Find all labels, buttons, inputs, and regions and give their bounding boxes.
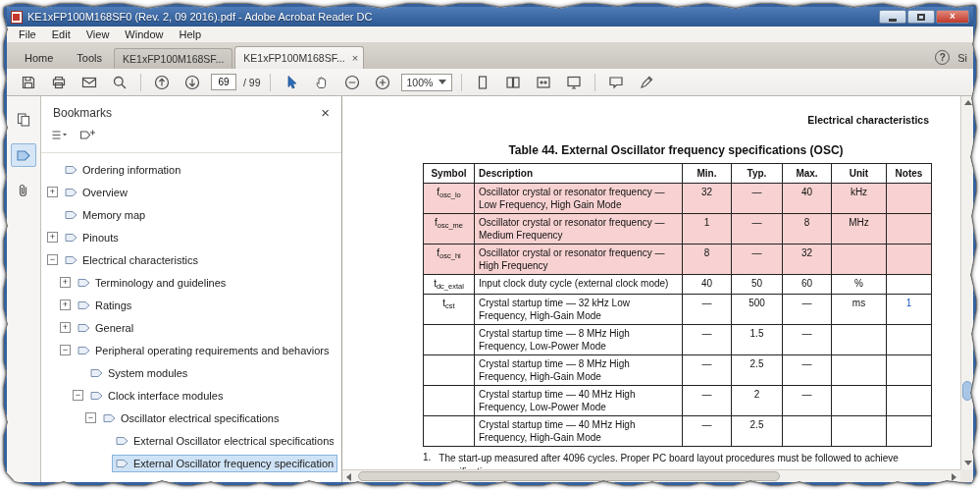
collapse-minus-icon[interactable]: − [73,390,83,401]
tab-bar: Home Tools KE1xFP100M168SF... KE1xFP100M… [7,43,973,69]
previous-page-button[interactable] [150,72,174,93]
bookmark-hit-area[interactable]: Electrical characteristics [61,251,337,269]
bookmark-hit-area[interactable]: Terminology and guidelines [74,274,337,292]
maximize-button[interactable] [907,10,935,24]
bookmark-item[interactable]: −Clock interface modules [41,384,341,407]
help-icon[interactable]: ? [935,50,950,65]
bookmark-item[interactable]: System modules [41,361,341,384]
horizontal-scroll-thumb[interactable] [358,471,780,481]
arrow-up-icon [964,100,972,105]
bookmark-item[interactable]: −Electrical characteristics [41,248,341,271]
expand-plus-icon[interactable]: + [60,277,71,288]
zoom-in-button[interactable] [371,72,394,93]
bookmark-hit-area[interactable]: Pinouts [61,229,337,246]
horizontal-scrollbar[interactable] [342,469,960,482]
page-number-input[interactable] [211,74,236,90]
bookmarks-tree: Ordering information+OverviewMemory map+… [41,153,341,482]
sign-in-label[interactable]: Si [957,52,967,64]
collapse-minus-icon[interactable]: − [60,345,71,355]
page-thumbnails-button[interactable] [11,108,36,132]
panel-close-icon[interactable]: × [321,105,330,120]
expand-plus-icon[interactable]: + [47,232,58,243]
menu-window[interactable]: Window [117,27,171,41]
expand-plus-icon[interactable]: + [47,187,58,197]
close-button[interactable]: × [936,10,969,24]
bookmark-hit-area[interactable]: Ordering information [61,161,337,179]
bookmark-hit-area[interactable]: Clock interface modules [86,387,337,405]
next-page-button[interactable] [181,72,204,93]
bookmark-hit-area[interactable]: External Oscillator electrical specifica… [112,432,337,450]
tab-tools[interactable]: Tools [65,47,114,69]
cell-description: Crystal startup time — 40 MHz High Frequ… [475,385,683,415]
bookmark-item[interactable]: Memory map [41,203,341,226]
zoom-out-button[interactable] [340,72,364,93]
bookmark-item[interactable]: +Overview [41,181,341,203]
bookmark-item[interactable]: External Oscillator frequency specificat… [41,452,341,474]
bookmark-hit-area[interactable]: General [74,319,337,337]
footnote-text: The start-up measured after 4096 cycles.… [438,452,925,469]
tab-close-icon[interactable]: × [352,52,358,64]
cell-unit: kHz [832,184,887,214]
bookmark-hit-area[interactable]: System modules [86,364,337,382]
menu-view[interactable]: View [78,27,118,41]
bookmark-hit-area[interactable]: Overview [61,184,337,201]
save-button[interactable] [17,72,40,93]
bookmark-item[interactable]: +Terminology and guidelines [41,271,341,294]
vertical-scrollbar[interactable] [960,96,973,469]
highlighter-pen-icon [639,75,654,90]
highlight-button[interactable] [635,72,658,93]
tab-home[interactable]: Home [13,47,65,69]
bookmarks-options-button[interactable] [51,128,68,145]
document-tab-inactive[interactable]: KE1xFP100M168SF... [114,48,232,69]
menu-edit[interactable]: Edit [44,27,78,41]
bookmark-item[interactable]: +Pinouts [41,226,341,248]
print-button[interactable] [47,72,71,93]
scroll-right-button[interactable] [948,470,960,482]
bookmark-item[interactable]: +General [41,316,341,339]
table-row: Crystal startup time — 40 MHz High Frequ… [424,385,932,415]
zoom-level-dropdown[interactable]: 100% [401,74,453,91]
email-button[interactable] [77,72,101,93]
comment-button[interactable] [604,72,628,93]
cell-notes[interactable]: 1 [887,294,932,324]
bookmark-hit-area[interactable]: Memory map [61,206,337,224]
expand-plus-icon[interactable]: + [60,322,71,333]
bookmark-hit-area[interactable]: Oscillator electrical specifications [99,409,337,427]
bookmark-hit-area[interactable]: System Clock Generation (SCG) specificat… [99,477,337,483]
hand-tool-button[interactable] [310,72,334,93]
collapse-minus-icon[interactable]: − [47,254,58,265]
bookmark-item[interactable]: +Ratings [41,294,341,316]
scroll-left-button[interactable] [342,470,355,482]
bookmark-hit-area[interactable]: External Oscillator frequency specificat… [112,455,337,472]
bookmark-hit-area[interactable]: Ratings [74,297,337,314]
bookmark-hit-area[interactable]: Peripheral operating requirements and be… [74,342,337,359]
bookmark-item[interactable]: External Oscillator electrical specifica… [41,429,341,452]
bookmark-item[interactable]: −Peripheral operating requirements and b… [41,339,341,361]
attachments-button[interactable] [11,179,36,202]
expand-plus-icon[interactable]: + [60,299,71,310]
bookmark-item[interactable]: Ordering information [41,158,341,181]
fullscreen-view-button[interactable] [562,72,586,93]
single-page-view-button[interactable] [471,72,494,93]
scroll-down-button[interactable] [961,457,973,469]
two-page-view-button[interactable] [501,72,525,93]
menu-help[interactable]: Help [171,27,209,41]
menu-file[interactable]: File [11,27,44,41]
fit-width-button[interactable] [532,72,555,93]
vertical-scroll-thumb[interactable] [962,381,972,401]
bookmarks-panel-button[interactable] [11,143,36,167]
bookmark-item[interactable]: System Clock Generation (SCG) specificat… [41,474,341,482]
minimize-button[interactable] [879,10,906,24]
cell-symbol [424,324,475,354]
cell-symbol: fosc_lo [424,184,475,214]
page-header: Electrical characteristics [423,114,929,126]
document-tab-active[interactable]: KE1xFP100M168SF... × [234,46,364,69]
bookmark-item[interactable]: −Oscillator electrical specifications [41,407,341,429]
collapse-minus-icon[interactable]: − [85,412,96,423]
scroll-up-button[interactable] [961,96,973,109]
cell-max: 8 [783,214,832,245]
select-tool-button[interactable] [280,72,303,93]
add-bookmark-button[interactable] [79,128,96,145]
search-button[interactable] [108,72,131,93]
cell-typ: 2.5 [732,354,783,385]
